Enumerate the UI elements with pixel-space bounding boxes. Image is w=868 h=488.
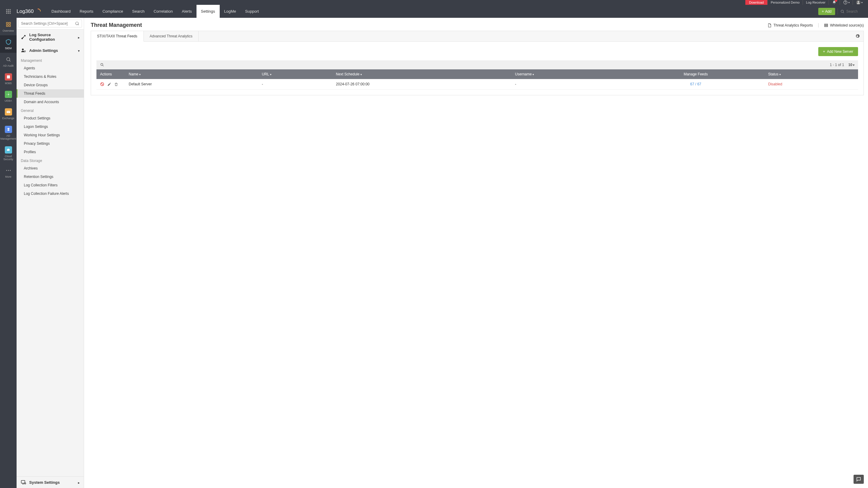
col-status[interactable]: Status▾ — [765, 69, 858, 79]
tab-settings-gear[interactable] — [851, 34, 864, 38]
cell-next: 2024-07-26 07:00:00 — [333, 79, 512, 90]
svg-rect-17 — [6, 25, 8, 27]
add-new-server-button[interactable]: + Add New Server — [818, 47, 858, 56]
sidebar-retention[interactable]: Retention Settings — [17, 173, 84, 181]
logo[interactable]: Log360 — [17, 8, 47, 15]
brand-text: Log360 — [17, 8, 34, 15]
personalized-demo-link[interactable]: Personalized Demo — [767, 0, 803, 5]
delete-button[interactable] — [114, 82, 118, 86]
ueba-icon — [5, 91, 12, 98]
users-gear-icon — [21, 48, 26, 53]
monitor-gear-icon — [21, 480, 26, 485]
sidebar-log-filters[interactable]: Log Collection Filters — [17, 181, 84, 190]
chevron-right-icon — [78, 35, 80, 39]
sidebar-system-settings[interactable]: System Settings — [17, 476, 84, 488]
plus-icon: + — [823, 50, 825, 54]
nav-logme[interactable]: LogMe — [220, 5, 241, 18]
user-menu-button[interactable]: ▾ — [852, 0, 866, 5]
sidebar-agents[interactable]: Agents — [17, 64, 84, 73]
leftrail-ueba[interactable]: UEBA — [0, 88, 17, 105]
wrench-icon — [21, 34, 26, 40]
sidebar-archives[interactable]: Archives — [17, 164, 84, 173]
plus-icon: + — [822, 9, 824, 13]
download-button[interactable]: Download — [745, 0, 767, 5]
leftrail-ad-audit[interactable]: AD Audit — [0, 53, 17, 70]
apps-grid-button[interactable] — [0, 9, 17, 14]
svg-point-26 — [24, 51, 26, 52]
sidebar-profiles[interactable]: Profiles — [17, 148, 84, 156]
notifications-button[interactable] — [829, 0, 840, 5]
nav-search[interactable]: Search — [128, 5, 149, 18]
edit-button[interactable] — [107, 82, 111, 86]
chat-fab[interactable] — [854, 475, 864, 484]
group-storage-label: Data Storage — [17, 156, 84, 164]
sidebar-technicians[interactable]: Technicians & Roles — [17, 73, 84, 81]
chevron-down-icon — [78, 48, 80, 53]
search-icon — [840, 9, 844, 13]
leftrail-ad-management[interactable]: AD Management — [0, 123, 17, 143]
sidebar-logon-settings[interactable]: Logon Settings — [17, 122, 84, 131]
svg-rect-16 — [9, 22, 10, 24]
col-username[interactable]: Username▾ — [512, 69, 627, 79]
main-nav: Dashboard Reports Compliance Search Corr… — [47, 5, 818, 18]
svg-point-3 — [858, 1, 859, 2]
col-name[interactable]: Name▾ — [125, 69, 258, 79]
nav-reports[interactable]: Reports — [75, 5, 98, 18]
status-badge: Disabled — [768, 82, 782, 86]
log-receiver-link[interactable]: Log Receiver — [803, 0, 829, 5]
svg-point-14 — [841, 10, 843, 12]
tab-advanced-analytics[interactable]: Advanced Threat Analytics — [144, 31, 199, 41]
sidebar-privacy[interactable]: Privacy Settings — [17, 139, 84, 148]
sidebar-threat-feeds[interactable]: Threat Feeds — [17, 89, 84, 98]
nav-dashboard[interactable]: Dashboard — [47, 5, 75, 18]
manage-feeds-link[interactable]: 67 / 67 — [690, 82, 701, 86]
page-size-dropdown[interactable]: 10 — [848, 63, 855, 67]
help-button[interactable]: ▾ — [840, 0, 852, 5]
sidebar-working-hour[interactable]: Working Hour Settings — [17, 131, 84, 139]
leftrail-overview[interactable]: Overview — [0, 18, 17, 35]
add-label: Add — [825, 9, 832, 13]
bell-icon — [832, 0, 837, 5]
leftrail-exchange[interactable]: Exchange — [0, 105, 17, 123]
nav-correlation[interactable]: Correlation — [149, 5, 178, 18]
col-url[interactable]: URL▾ — [258, 69, 333, 79]
svg-rect-12 — [9, 12, 10, 13]
sidebar-log-source[interactable]: Log Source Configuration — [17, 30, 84, 45]
nav-compliance[interactable]: Compliance — [98, 5, 128, 18]
svg-rect-18 — [9, 25, 10, 27]
header-search-input[interactable] — [846, 9, 864, 13]
sidebar-domain-accounts[interactable]: Domain and Accounts — [17, 98, 84, 106]
group-general-label: General — [17, 106, 84, 114]
nav-support[interactable]: Support — [241, 5, 264, 18]
leftrail-more[interactable]: More — [0, 164, 17, 181]
sidebar-search-input[interactable] — [19, 20, 82, 27]
nav-settings[interactable]: Settings — [196, 5, 220, 18]
leftrail-cloud-security[interactable]: Cloud Security — [0, 143, 17, 164]
sidebar-log-failure-alerts[interactable]: Log Collection Failure Alerts — [17, 190, 84, 198]
gear-icon — [855, 34, 860, 38]
tab-stix-taxii[interactable]: STIX/TAXII Threat Feeds — [91, 31, 144, 41]
svg-rect-20 — [7, 76, 10, 79]
whitelisted-sources-link[interactable]: Whitelisted source(s) — [818, 23, 864, 27]
col-manage-feeds: Manage Feeds — [627, 69, 765, 79]
add-button[interactable]: + Add — [818, 8, 835, 15]
cell-url: - — [258, 79, 333, 90]
svg-rect-15 — [6, 22, 8, 24]
svg-point-21 — [8, 94, 9, 95]
overview-icon — [5, 21, 12, 28]
tabs: STIX/TAXII Threat Feeds Advanced Threat … — [91, 31, 864, 41]
nav-alerts[interactable]: Alerts — [177, 5, 196, 18]
table-search-button[interactable] — [100, 63, 104, 67]
leftrail-siem[interactable]: SIEM — [0, 35, 17, 53]
sidebar-device-groups[interactable]: Device Groups — [17, 81, 84, 89]
col-next-schedule[interactable]: Next Schedule▾ — [333, 69, 512, 79]
group-management-label: Management — [17, 56, 84, 64]
disable-button[interactable] — [100, 82, 104, 86]
col-actions: Actions — [96, 69, 125, 79]
threat-analytics-reports-link[interactable]: Threat Analytics Reports — [767, 23, 813, 27]
sidebar-product-settings[interactable]: Product Settings — [17, 114, 84, 122]
leftrail-m365[interactable]: M365 — [0, 70, 17, 88]
header-search[interactable] — [840, 9, 864, 13]
sort-icon: ▾ — [361, 73, 362, 76]
sidebar-admin-settings[interactable]: Admin Settings — [17, 45, 84, 56]
